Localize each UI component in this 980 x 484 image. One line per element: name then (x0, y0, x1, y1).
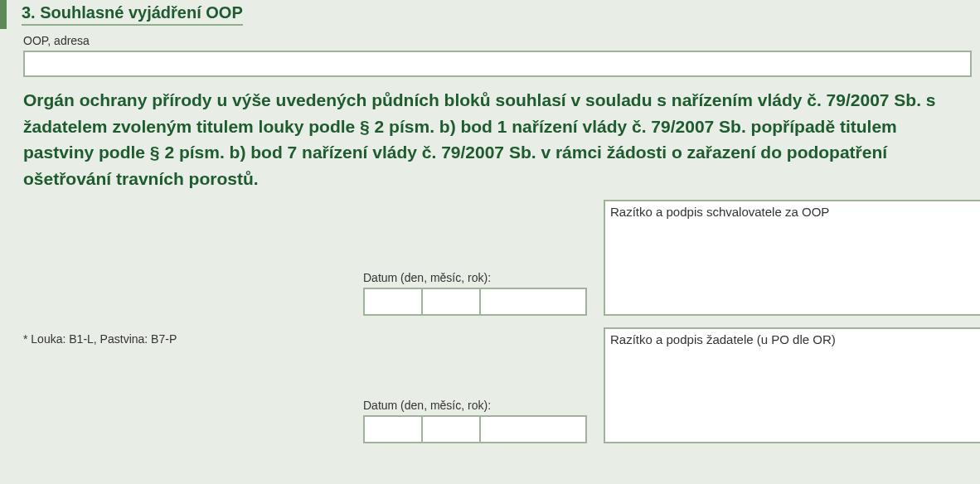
date1-month-input[interactable] (423, 289, 481, 314)
date1-year-input[interactable] (481, 289, 585, 314)
stamp-applicant-box: Razítko a podpis žadatele (u PO dle OR) (604, 327, 980, 443)
date2-label: Datum (den, měsíc, rok): (363, 399, 595, 412)
oop-address-label: OOP, adresa (23, 34, 972, 47)
date1-fields (363, 288, 587, 316)
stamp-approver-label: Razítko a podpis schvalovatele za OOP (610, 205, 829, 219)
legal-text: Orgán ochrany přírody u výše uvedených p… (23, 87, 972, 191)
date2-day-input[interactable] (365, 417, 423, 442)
date2-year-input[interactable] (481, 417, 585, 442)
date2-fields (363, 415, 587, 443)
date2-month-input[interactable] (423, 417, 481, 442)
oop-address-input[interactable] (23, 51, 972, 77)
footnote: * Louka: B1-L, Pastvina: B7-P (23, 327, 355, 346)
section-title: 3. Souhlasné vyjádření OOP (22, 3, 243, 26)
date1-day-input[interactable] (365, 289, 423, 314)
stamp-approver-box: Razítko a podpis schvalovatele za OOP (604, 200, 980, 316)
stamp-applicant-label: Razítko a podpis žadatele (u PO dle OR) (610, 332, 836, 346)
date1-label: Datum (den, měsíc, rok): (363, 271, 595, 284)
